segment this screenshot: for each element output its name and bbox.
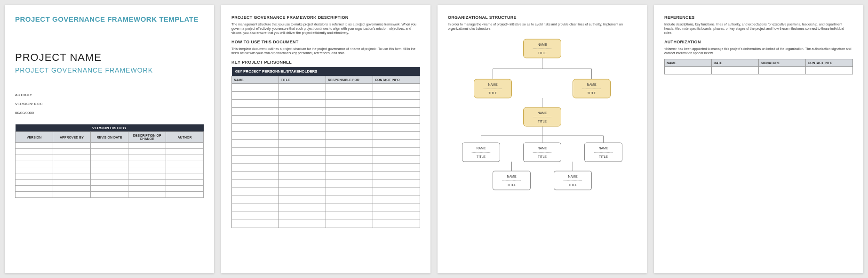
- how-heading: HOW TO USE THIS DOCUMENT: [231, 40, 420, 44]
- kp-header-row: NAME TITLE RESPONSIBLE FOR CONTACT INFO: [232, 76, 420, 84]
- svg-text:------------------------: ------------------------: [533, 115, 552, 118]
- kp-row: [232, 124, 420, 132]
- ref-body: Include descriptions, key functions, lin…: [664, 22, 853, 35]
- svg-text:------------------------: ------------------------: [594, 151, 613, 154]
- svg-text:NAME: NAME: [476, 147, 486, 150]
- vh-col-version: VERSION: [16, 132, 53, 143]
- kp-row: [232, 140, 420, 148]
- page-1: PROJECT GOVERNANCE FRAMEWORK TEMPLATE PR…: [5, 5, 214, 273]
- org-box-name: NAME: [537, 43, 547, 46]
- desc-heading: PROJECT GOVERNANCE FRAMEWORK DESCRIPTION: [231, 15, 420, 20]
- auth-header-row: NAME DATE SIGNATURE CONTACT INFO: [665, 59, 853, 67]
- svg-text:------------------------: ------------------------: [582, 87, 601, 90]
- kp-row: [232, 108, 420, 116]
- kp-table-title: KEY PROJECT PERSONNEL/STAKEHOLDERS: [232, 67, 420, 76]
- how-body: This template document outlines a projec…: [231, 47, 420, 55]
- svg-text:------------------------: ------------------------: [472, 151, 491, 154]
- version-history-row: [16, 161, 204, 167]
- page-3: ORGANIZATIONAL STRUCTURE In order to man…: [438, 5, 647, 273]
- svg-text:------------------------: ------------------------: [502, 179, 521, 182]
- org-box-title: TITLE: [538, 51, 547, 55]
- org-heading: ORGANIZATIONAL STRUCTURE: [448, 15, 637, 20]
- kp-row: [232, 180, 420, 188]
- svg-text:TITLE: TITLE: [488, 91, 497, 95]
- svg-text:NAME: NAME: [537, 147, 547, 150]
- version-history-row: [16, 180, 204, 186]
- kp-row: [232, 148, 420, 156]
- kp-col-name: NAME: [232, 76, 279, 84]
- svg-text:NAME: NAME: [568, 175, 578, 178]
- auth-body: <Name> has been appointed to manage this…: [664, 47, 853, 55]
- version-history-row: [16, 143, 204, 149]
- kp-row: [232, 212, 420, 220]
- version-history-row: [16, 192, 204, 198]
- kp-heading: KEY PROJECT PERSONNEL: [231, 60, 420, 65]
- vh-col-approved: APPROVED BY: [53, 132, 91, 143]
- version-history-header: VERSION APPROVED BY REVISION DATE DESCRI…: [16, 132, 204, 143]
- svg-text:TITLE: TITLE: [507, 183, 516, 187]
- kp-row: [232, 204, 420, 212]
- auth-col-sig: SIGNATURE: [759, 59, 806, 67]
- version-history-row: [16, 167, 204, 173]
- svg-text:TITLE: TITLE: [538, 155, 547, 158]
- auth-row: [665, 67, 853, 74]
- kp-row: [232, 188, 420, 196]
- author-label: AUTHOR:: [15, 93, 204, 97]
- page-4: REFERENCES Include descriptions, key fun…: [654, 5, 863, 273]
- svg-text:TITLE: TITLE: [587, 91, 596, 95]
- svg-text:TITLE: TITLE: [568, 183, 577, 187]
- key-personnel-table: KEY PROJECT PERSONNEL/STAKEHOLDERS NAME …: [231, 67, 420, 228]
- version-history-row: [16, 149, 204, 155]
- vh-col-revdate: REVISION DATE: [91, 132, 128, 143]
- kp-row: [232, 156, 420, 164]
- kp-col-resp: RESPONSIBLE FOR: [326, 76, 373, 84]
- svg-text:NAME: NAME: [488, 83, 498, 86]
- page-2: PROJECT GOVERNANCE FRAMEWORK DESCRIPTION…: [221, 5, 430, 273]
- auth-col-contact: CONTACT INFO: [806, 59, 853, 67]
- kp-col-title: TITLE: [279, 76, 326, 84]
- org-body: In order to manage the <name of project>…: [448, 22, 637, 31]
- version-history-row: [16, 155, 204, 161]
- template-title: PROJECT GOVERNANCE FRAMEWORK TEMPLATE: [15, 15, 204, 23]
- kp-row: [232, 196, 420, 204]
- kp-col-contact: CONTACT INFO: [373, 76, 420, 84]
- svg-text:NAME: NAME: [598, 147, 608, 150]
- kp-row: [232, 132, 420, 140]
- svg-text:NAME: NAME: [537, 111, 547, 114]
- version-history-table: VERSION HISTORY VERSION APPROVED BY REVI…: [15, 124, 204, 198]
- auth-heading: AUTHORIZATION: [664, 40, 853, 44]
- version-label: VERSION: 0.0.0: [15, 102, 204, 106]
- project-subtitle: PROJECT GOVERNANCE FRAMEWORK: [15, 66, 204, 74]
- svg-text:TITLE: TITLE: [477, 155, 486, 158]
- auth-col-date: DATE: [712, 59, 759, 67]
- desc-body: The management structure that you use to…: [231, 22, 420, 35]
- kp-row: [232, 116, 420, 124]
- svg-text:TITLE: TITLE: [599, 155, 608, 158]
- org-chart: NAME ------------------------ TITLE NAME…: [448, 34, 637, 223]
- version-history-title: VERSION HISTORY: [16, 124, 204, 132]
- vh-col-desc: DESCRIPTION OF CHANGE: [128, 132, 166, 143]
- kp-row: [232, 92, 420, 100]
- svg-text:------------------------: ------------------------: [564, 179, 582, 182]
- svg-text:------------------------: ------------------------: [484, 87, 502, 90]
- kp-row: [232, 164, 420, 172]
- date-label: 00/00/0000: [15, 111, 204, 115]
- project-name: PROJECT NAME: [15, 51, 204, 64]
- auth-table: NAME DATE SIGNATURE CONTACT INFO: [664, 59, 853, 74]
- auth-col-name: NAME: [665, 59, 712, 67]
- kp-row: [232, 100, 420, 108]
- version-history-row: [16, 186, 204, 192]
- svg-text:NAME: NAME: [587, 83, 597, 86]
- svg-text:TITLE: TITLE: [538, 120, 547, 123]
- version-history-row: [16, 173, 204, 180]
- svg-text:------------------------: ------------------------: [533, 47, 552, 50]
- kp-row: [232, 220, 420, 228]
- kp-row: [232, 84, 420, 92]
- svg-text:------------------------: ------------------------: [533, 151, 552, 154]
- kp-row: [232, 172, 420, 180]
- vh-col-author: AUTHOR: [166, 132, 204, 143]
- ref-heading: REFERENCES: [664, 15, 853, 20]
- svg-text:NAME: NAME: [507, 175, 517, 178]
